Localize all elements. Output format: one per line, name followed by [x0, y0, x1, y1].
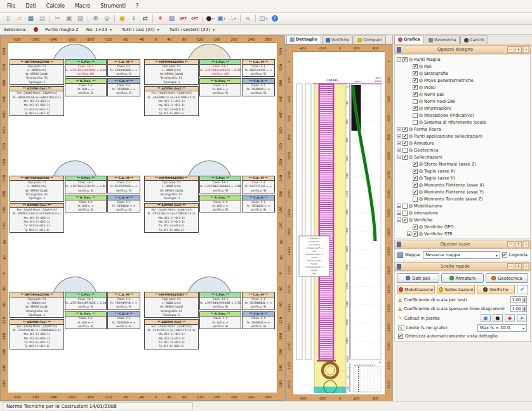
toolbar-button[interactable]: ▱ — [14, 13, 25, 23]
tree-checkbox[interactable] — [402, 57, 408, 62]
tree-checkbox[interactable] — [402, 211, 408, 216]
quick-button[interactable]: Sollecitazioni — [437, 285, 475, 294]
callout-style-dark-button[interactable]: ● — [493, 314, 503, 322]
tree-expander[interactable] — [397, 155, 401, 159]
panel-collapse-button[interactable]: « — [523, 263, 529, 270]
toolbar-button[interactable] — [201, 14, 204, 23]
tree-item[interactable]: Informazioni — [397, 105, 530, 112]
tree-checkbox[interactable] — [413, 120, 418, 125]
tree-item[interactable]: Sforzo Normale (asse Z) — [397, 160, 530, 167]
toolbar-button[interactable] — [151, 14, 154, 23]
toolbar-button[interactable]: ▣ — [216, 13, 227, 23]
tree-item[interactable]: Punti applicazione sollecitazioni — [397, 133, 530, 140]
quick-button[interactable]: Geotecnica — [486, 273, 528, 283]
toolbar-button[interactable]: ✳ — [155, 13, 166, 23]
tree-item[interactable]: Taglio (asse X) — [397, 167, 530, 174]
tree-expander[interactable] — [397, 134, 401, 138]
panel-plus-button[interactable]: + — [515, 263, 522, 270]
toolbar-button[interactable]: ◎ — [102, 13, 112, 23]
menu-item[interactable]: Dati — [21, 1, 40, 11]
tree-checkbox[interactable] — [413, 99, 418, 104]
toolbar-button[interactable] — [86, 14, 90, 23]
ottimizza-checkbox[interactable] — [398, 334, 403, 339]
toolbar-button[interactable]: ▣ — [63, 13, 74, 23]
tree-expander[interactable] — [397, 218, 401, 222]
sidebar-tab[interactable]: Carichi — [460, 36, 488, 44]
panel-plus-button[interactable]: + — [515, 241, 522, 247]
toolbar-button[interactable]: ✂ — [52, 13, 63, 23]
quick-button[interactable]: Mobilitazione — [397, 285, 435, 294]
tree-item[interactable]: Sistema di riferimento locale — [397, 119, 530, 126]
tree-item[interactable]: Verifiche STR — [397, 230, 530, 237]
toolbar-button[interactable]: ⇄ — [140, 13, 150, 23]
tree-checkbox[interactable] — [413, 92, 418, 97]
tree-item[interactable]: Interazione — [397, 209, 530, 216]
pile-number-combo[interactable]: No: 1+24 ▾ — [84, 27, 114, 33]
tree-checkbox[interactable] — [413, 169, 418, 174]
toolbar-button[interactable] — [239, 14, 242, 23]
menu-item[interactable]: File — [3, 1, 20, 11]
menu-item[interactable]: Strumenti — [96, 1, 130, 11]
tree-item[interactable]: Mobilitazione — [397, 202, 530, 209]
menu-item[interactable]: Calcolo — [42, 1, 69, 11]
pile-section-drawing[interactable]: 0200400600800100012001400160018002000220… — [293, 52, 384, 393]
panel-minus-button[interactable]: − — [507, 46, 514, 53]
pile-callout[interactable]: N1445 ** INFORMAZIONI ** Tipo palo: C1 L… — [142, 43, 277, 160]
panel-collapse-button[interactable]: « — [523, 241, 529, 248]
spinner-arrows[interactable]: ▲▼ — [522, 297, 526, 303]
callout-style-teal-button[interactable]: ➤ — [517, 314, 527, 322]
tree-item[interactable]: Geotecnica — [397, 147, 530, 153]
pile-callout[interactable]: N1436 ** INFORMAZIONI ** Tipo palo: C1 L… — [8, 160, 142, 277]
tree-item[interactable]: Momento Flettente (asse X) — [397, 181, 530, 188]
coeff-linee-spinner[interactable]: 1.00 ▲▼ — [510, 305, 527, 312]
toolbar-button[interactable]: ▯ — [3, 13, 13, 23]
apply-check-button[interactable]: ✔ — [517, 285, 528, 294]
tree-checkbox[interactable] — [402, 141, 408, 146]
tree-item[interactable]: Sollecitazioni — [397, 153, 530, 160]
callout-style-colored-button[interactable]: ▣ — [481, 314, 491, 322]
toolbar-button[interactable]: SPT — [178, 13, 189, 23]
sidebar-tab[interactable]: Grafica — [394, 35, 424, 44]
panel-minus-button[interactable]: − — [507, 241, 514, 247]
tree-checkbox[interactable] — [413, 85, 418, 90]
tree-expander[interactable] — [397, 127, 401, 131]
tree-checkbox[interactable] — [413, 106, 418, 111]
tree-item[interactable]: Forma libera — [397, 126, 530, 133]
toolbar-button[interactable]: ● — [117, 13, 128, 23]
tree-checkbox[interactable] — [402, 204, 408, 209]
tree-checkbox[interactable] — [413, 162, 418, 167]
tree-item[interactable]: Pali — [397, 63, 530, 70]
panel-plus-button[interactable]: + — [515, 46, 522, 53]
tree-checkbox[interactable] — [413, 197, 418, 202]
tree-checkbox[interactable] — [413, 71, 418, 76]
tree-expander[interactable] — [397, 141, 401, 145]
tree-item[interactable]: Nomi pali — [397, 91, 530, 98]
tree-item[interactable]: Indici — [397, 84, 530, 91]
menu-item[interactable]: ? — [131, 1, 143, 11]
toolbar-button[interactable]: ● — [204, 13, 215, 23]
tree-checkbox[interactable] — [402, 155, 408, 160]
tree-item[interactable]: Taglio (asse Y) — [397, 174, 530, 181]
tree-checkbox[interactable] — [402, 127, 408, 132]
toolbar-button[interactable]: ? — [269, 13, 280, 23]
tree-item[interactable]: Verifiche GEO — [397, 223, 530, 230]
plan-canvas[interactable]: N1438 ** INFORMAZIONI ** Tipo palo: C1 L… — [8, 43, 277, 393]
pile-callout[interactable]: N1442 ** INFORMAZIONI ** Tipo palo: C1 L… — [142, 160, 277, 277]
toolbar-button[interactable]: ▦ — [25, 13, 36, 23]
tree-item[interactable]: Momento Torcente (asse Z) — [397, 195, 530, 202]
coeff-testi-spinner[interactable]: 1.00 ▲▼ — [510, 296, 527, 303]
toolbar-button[interactable]: ▨ — [75, 13, 86, 23]
tree-checkbox[interactable] — [413, 176, 418, 181]
toolbar-button[interactable] — [48, 14, 51, 23]
quick-button[interactable]: Verifiche — [477, 285, 515, 294]
tree-checkbox[interactable] — [413, 190, 418, 195]
pile-callout[interactable]: N1438 ** INFORMAZIONI ** Tipo palo: C1 L… — [8, 43, 142, 160]
tree-checkbox[interactable] — [402, 134, 408, 139]
mappa-select[interactable]: Nessuna mappa ▾ — [423, 251, 500, 259]
tree-checkbox[interactable] — [413, 225, 418, 230]
toolbar-button[interactable]: ⇓ — [128, 13, 139, 23]
tree-checkbox[interactable] — [413, 78, 418, 83]
detail-tab[interactable]: Dettaglio — [286, 35, 321, 44]
panel-minus-button[interactable]: − — [507, 263, 514, 270]
toolbar-button[interactable]: ▤ — [37, 13, 48, 23]
